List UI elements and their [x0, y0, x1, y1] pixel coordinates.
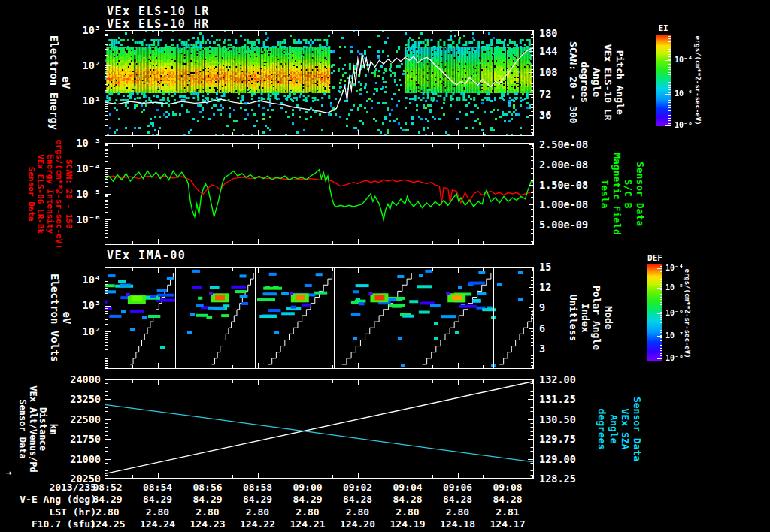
- panel1-els-spectrogram-canvas: [105, 30, 534, 136]
- axis-tick-label: 1.50e-08: [539, 179, 588, 191]
- colorbar1-ei: [656, 35, 671, 126]
- footer-value-cell: 09:02: [332, 482, 384, 493]
- footer-value-cell: 09:00: [281, 482, 334, 493]
- footer-value-cell: 09:04: [381, 482, 434, 493]
- axis-tick-label: 180: [539, 27, 557, 39]
- footer-value-cell: 2.80: [332, 506, 384, 518]
- footer-value-cell: 84.29: [281, 494, 334, 505]
- footer-value-cell: 08:54: [132, 482, 184, 493]
- axis-tick-label: 36: [539, 109, 551, 121]
- footer-value-cell: 84.28: [381, 494, 434, 505]
- footer-value-cell: 124.24: [132, 518, 184, 530]
- axis-tick-label: 10¹: [33, 95, 101, 107]
- footer-value-cell: 84.29: [132, 494, 184, 505]
- footer-value-cell: 124.17: [481, 518, 534, 530]
- axis-tick-label: 10⁻⁸: [665, 354, 684, 363]
- colorbar1-title: EI: [656, 23, 671, 33]
- axis-tick-label: 21750: [33, 433, 101, 445]
- axis-tick-label: 10³: [33, 24, 101, 36]
- axis-tick-label: 10⁻⁶: [675, 89, 693, 98]
- footer-value-cell: 124.18: [432, 518, 484, 530]
- axis-tick-label: 10⁻⁸: [675, 121, 693, 130]
- footer-value-cell: 2.80: [381, 506, 434, 518]
- footer-value-cell: 2.81: [481, 506, 534, 518]
- axis-tick-label: 10⁻⁴: [665, 264, 684, 273]
- footer-value-cell: 84.29: [81, 494, 134, 505]
- panel4-altitude-sza-canvas: [105, 379, 534, 479]
- panel3-ima-spectrogram-canvas: [105, 267, 534, 369]
- footer-value-cell: 2.80: [432, 506, 484, 518]
- footer-value-cell: 84.28: [332, 494, 384, 505]
- panel1-title-hr: VEx ELS-10 HR: [107, 17, 210, 31]
- axis-tick-label: 10⁻⁵: [665, 283, 684, 292]
- axis-tick-label: 10²: [33, 59, 101, 71]
- axis-tick-label: 10²: [33, 325, 101, 337]
- axis-tick-label: 9: [539, 301, 545, 313]
- axis-tick-label: 6: [539, 322, 545, 334]
- axis-tick-label: 10⁻³: [33, 137, 101, 149]
- axis-tick-label: 22500: [33, 413, 101, 425]
- axis-tick-label: 132.00: [539, 373, 576, 385]
- axis-tick-label: 21000: [33, 453, 101, 465]
- footer-value-cell: 09:08: [481, 482, 534, 493]
- axis-tick-label: 2.00e-08: [539, 159, 588, 171]
- axis-tick-label: 15: [539, 261, 551, 273]
- axis-tick-label: 72: [539, 88, 551, 100]
- colorbar2-def: [647, 264, 662, 361]
- footer-value-cell: 2.80: [181, 506, 234, 518]
- footer-value-cell: 09:06: [432, 482, 484, 493]
- axis-tick-label: 108: [539, 66, 557, 78]
- axis-tick-label: 129.75: [539, 433, 576, 445]
- footer-value-cell: 08:58: [232, 482, 284, 493]
- axis-tick-label: 23250: [33, 393, 101, 405]
- axis-tick-label: 5.00e-09: [539, 219, 588, 231]
- footer-value-cell: 84.29: [181, 494, 234, 505]
- axis-tick-label: 24000: [33, 373, 101, 385]
- axis-tick-label: 10⁻⁵: [33, 188, 101, 200]
- vex-orbit-plot-figure: VEx ELS-10 LR VEx ELS-10 HR VEx IMA-00 E…: [0, 0, 770, 532]
- footer-value-cell: 84.29: [232, 494, 284, 505]
- panel1-title-lr: VEx ELS-10 LR: [107, 5, 210, 18]
- axis-tick-label: 128.25: [539, 473, 576, 485]
- axis-tick-label: 2.50e-08: [539, 138, 588, 150]
- panel2-intensity-bfield-canvas: [105, 143, 534, 245]
- axis-tick-label: 10⁻⁴: [675, 56, 693, 65]
- axis-tick-label: 12: [539, 281, 551, 293]
- axis-tick-label: 10³: [33, 299, 101, 311]
- axis-tick-label: 10⁻⁷: [665, 331, 684, 340]
- footer-value-cell: 124.20: [332, 518, 384, 530]
- footer-value-cell: 124.25: [81, 518, 134, 530]
- axis-tick-label: 10⁻⁶: [665, 309, 684, 318]
- footer-value-cell: 2.80: [81, 506, 134, 518]
- axis-tick-label: 129.00: [539, 453, 576, 465]
- footer-value-cell: 84.28: [481, 494, 534, 505]
- footer-value-cell: 84.28: [432, 494, 484, 505]
- axis-tick-label: 1.00e-08: [539, 198, 588, 210]
- panel3-title: VEx IMA-00: [107, 249, 186, 262]
- footer-value-cell: 08:52: [81, 482, 134, 493]
- axis-tick-label: 131.25: [539, 393, 576, 405]
- axis-tick-label: 10⁻⁶: [33, 213, 101, 225]
- axis-tick-label: 130.50: [539, 413, 576, 425]
- footer-value-cell: 124.22: [232, 518, 284, 530]
- footer-value-cell: 2.80: [132, 506, 184, 518]
- orbit-direction-marker: →: [6, 467, 11, 478]
- footer-value-cell: 124.19: [381, 518, 434, 530]
- colorbar2-title: DEF: [645, 253, 665, 263]
- footer-value-cell: 2.80: [281, 506, 334, 518]
- footer-value-cell: 124.21: [281, 518, 334, 530]
- axis-tick-label: 144: [539, 45, 557, 57]
- footer-value-cell: 08:56: [181, 482, 234, 493]
- axis-tick-label: 10⁻⁴: [33, 162, 101, 174]
- axis-tick-label: 3: [539, 343, 545, 355]
- axis-tick-label: 10⁴: [33, 274, 101, 286]
- footer-value-cell: 2.80: [232, 506, 284, 518]
- footer-value-cell: 124.23: [181, 518, 234, 530]
